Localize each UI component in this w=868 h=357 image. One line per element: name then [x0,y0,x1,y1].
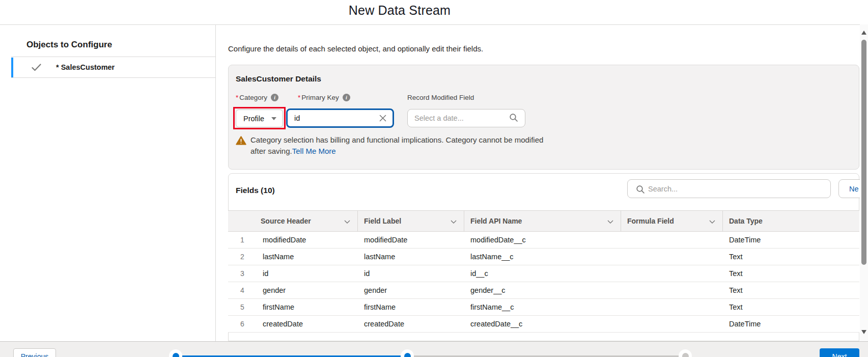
configure-description: Configure the details of each selected o… [228,44,483,53]
warning-icon [236,136,246,147]
chevron-down-icon [271,117,276,120]
progress-step-current [404,353,411,357]
sidebar-divider [11,77,215,78]
warning-text-line1: Category selection has billing and funct… [250,135,543,144]
sidebar-item-salescustomer[interactable]: * SalesCustomer [11,57,215,78]
cell-field-label: lastName [358,249,464,265]
row-number: 3 [228,265,257,282]
wizard-footer: Previous Next [0,341,868,357]
column-header-field-api-name[interactable]: Field API Name [464,211,621,231]
cell-data-type: Text [723,282,859,298]
header-divider [0,24,860,25]
cell-formula-field [621,299,723,315]
cell-source-header: id [257,265,358,282]
row-number: 4 [228,282,257,298]
category-label: *Category i [236,94,278,101]
cell-field-label: id [358,265,464,282]
chevron-down-icon[interactable] [344,217,350,225]
previous-button[interactable]: Previous [13,348,56,357]
record-modified-label: Record Modified Field [407,94,474,101]
table-row: 4 gender gender gender__c Text [228,282,859,299]
tell-me-more-link[interactable]: Tell Me More [292,147,336,155]
scroll-down-arrow[interactable] [861,330,866,334]
vertical-scrollbar [860,24,868,341]
search-icon [509,113,518,124]
cell-formula-field [621,249,723,265]
sidebar-item-label: * SalesCustomer [56,63,115,71]
cell-formula-field [621,316,723,332]
selected-indicator-bar [11,58,13,77]
cell-field-api-name: createdDate__c [464,316,621,332]
cell-source-header: modifiedDate [257,232,358,248]
progress-step-upcoming [682,353,689,357]
cell-field-api-name: id__c [464,265,621,282]
category-info-icon[interactable]: i [271,94,278,101]
row-number: 6 [228,316,257,332]
cell-source-header: createdDate [257,316,358,332]
cell-data-type: Text [723,299,859,315]
cell-source-header: lastName [257,249,358,265]
cell-field-api-name: gender__c [464,282,621,298]
fields-search-input[interactable] [648,180,826,197]
progress-step-done [173,353,179,357]
progress-line-completed [182,355,401,357]
cell-field-label: modifiedDate [358,232,464,248]
required-asterisk: * [298,94,300,101]
category-selected-value: Profile [243,115,264,123]
table-row: 1 modifiedDate modifiedDate modifiedDate… [228,232,859,249]
new-data-stream-window: New Data Stream Objects to Configure * S… [0,0,868,357]
row-number: 1 [228,232,257,248]
table-row: 2 lastName lastName lastName__c Text [228,249,859,265]
cell-formula-field [621,232,723,248]
progress-line-upcoming [414,355,679,357]
cell-field-api-name: firstName__c [464,299,621,315]
row-number: 2 [228,249,257,265]
cell-field-api-name: lastName__c [464,249,621,265]
cell-field-label: firstName [358,299,464,315]
cell-data-type: Text [723,249,859,265]
check-icon [32,64,41,73]
fields-search-box [627,179,831,198]
search-icon [636,185,645,196]
cell-source-header: firstName [257,299,358,315]
table-header-row: Source Header Field Label Field API Name… [228,210,859,232]
column-header-data-type[interactable]: Data Type [723,211,859,231]
category-dropdown[interactable]: Profile [236,109,283,127]
table-row: 5 firstName firstName firstName__c Text [228,299,859,316]
primary-key-info-icon[interactable]: i [343,94,350,101]
column-header-formula-field[interactable]: Formula Field [621,211,723,231]
row-number: 5 [228,299,257,315]
chevron-down-icon[interactable] [607,217,613,225]
table-row: 6 createdDate createdDate createdDate__c… [228,316,859,333]
next-button[interactable]: Next [820,348,859,357]
column-header-field-label[interactable]: Field Label [358,211,464,231]
cell-data-type: DateTime [723,316,859,332]
warning-text-line2: after saving.Tell Me More [250,147,336,155]
cell-data-type: DateTime [723,232,859,248]
cell-data-type: Text [723,265,859,282]
scroll-up-arrow[interactable] [861,31,866,35]
cell-formula-field [621,282,723,298]
cell-field-label: gender [358,282,464,298]
clear-icon[interactable] [378,113,388,123]
fields-table: Source Header Field Label Field API Name… [228,210,859,333]
chevron-down-icon[interactable] [451,217,457,225]
details-heading: SalesCustomer Details [236,74,321,84]
primary-key-label: *Primary Key i [298,94,350,101]
cell-source-header: gender [257,282,358,298]
table-row: 3 id id id__c Text [228,265,859,282]
column-header-source-header[interactable]: Source Header [228,211,358,231]
scrollbar-thumb[interactable] [861,40,866,265]
sidebar-main-divider [215,24,216,341]
chevron-down-icon[interactable] [709,217,715,225]
page-title: New Data Stream [0,3,799,18]
fields-heading: Fields (10) [236,186,275,195]
cell-formula-field [621,265,723,282]
cell-field-label: createdDate [358,316,464,332]
cell-field-api-name: modifiedDate__c [464,232,621,248]
required-asterisk: * [236,94,238,101]
objects-to-configure-heading: Objects to Configure [26,40,112,50]
record-modified-date-input[interactable] [407,109,525,127]
